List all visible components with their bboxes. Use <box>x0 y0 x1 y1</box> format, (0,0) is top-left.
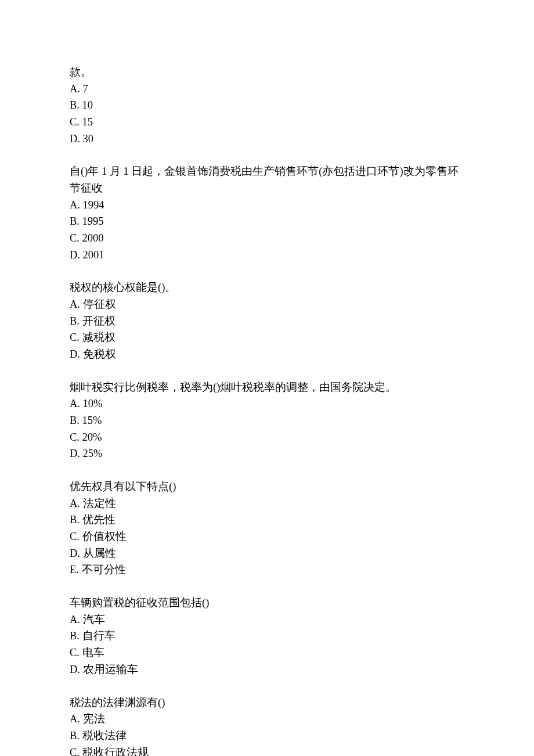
option: A. 宪法 <box>70 711 464 728</box>
question-block: 税权的核心权能是()。 A. 停征权 B. 开征权 C. 减税权 D. 免税权 <box>70 279 464 362</box>
option: B. 优先性 <box>70 512 464 528</box>
option: B. 开征权 <box>70 313 464 330</box>
question-text: 税权的核心权能是()。 <box>70 279 464 296</box>
option: B. 自行车 <box>70 628 464 645</box>
question-text: 款。 <box>70 64 464 81</box>
option: A. 1994 <box>70 197 464 214</box>
option: D. 免税权 <box>70 346 464 363</box>
option: D. 25% <box>70 445 464 462</box>
option: D. 2001 <box>70 247 464 264</box>
option: B. 1995 <box>70 213 464 230</box>
option: C. 税收行政法规 <box>70 744 464 756</box>
option: C. 电车 <box>70 645 464 661</box>
option: C. 价值权性 <box>70 528 464 545</box>
option: D. 农用运输车 <box>70 661 464 678</box>
option: B. 10 <box>70 97 464 114</box>
option: A. 汽车 <box>70 611 464 628</box>
option: C. 2000 <box>70 230 464 247</box>
question-block: 车辆购置税的征收范围包括() A. 汽车 B. 自行车 C. 电车 D. 农用运… <box>70 595 464 678</box>
option: B. 15% <box>70 412 464 429</box>
question-text: 自()年 1 月 1 日起，金银首饰消费税由生产销售环节(亦包括进口环节)改为零… <box>70 163 464 196</box>
option: A. 法定性 <box>70 495 464 512</box>
option: C. 15 <box>70 114 464 131</box>
option: D. 30 <box>70 131 464 147</box>
question-block: 优先权具有以下特点() A. 法定性 B. 优先性 C. 价值权性 D. 从属性… <box>70 478 464 578</box>
option: B. 税收法律 <box>70 728 464 744</box>
question-text: 优先权具有以下特点() <box>70 478 464 495</box>
question-block: 款。 A. 7 B. 10 C. 15 D. 30 <box>70 64 464 147</box>
question-block: 自()年 1 月 1 日起，金银首饰消费税由生产销售环节(亦包括进口环节)改为零… <box>70 163 464 263</box>
document-content: 款。 A. 7 B. 10 C. 15 D. 30 自()年 1 月 1 日起，… <box>0 0 534 756</box>
question-block: 税法的法律渊源有() A. 宪法 B. 税收法律 C. 税收行政法规 D. 税收… <box>70 694 464 757</box>
question-block: 烟叶税实行比例税率，税率为()烟叶税税率的调整，由国务院决定。 A. 10% B… <box>70 379 464 462</box>
option: C. 减税权 <box>70 329 464 346</box>
option: A. 10% <box>70 395 464 412</box>
option: A. 停征权 <box>70 296 464 313</box>
option: C. 20% <box>70 429 464 446</box>
option: A. 7 <box>70 81 464 98</box>
question-text: 税法的法律渊源有() <box>70 694 464 711</box>
option: D. 从属性 <box>70 545 464 562</box>
question-text: 车辆购置税的征收范围包括() <box>70 595 464 611</box>
question-text: 烟叶税实行比例税率，税率为()烟叶税税率的调整，由国务院决定。 <box>70 379 464 396</box>
option: E. 不可分性 <box>70 561 464 578</box>
